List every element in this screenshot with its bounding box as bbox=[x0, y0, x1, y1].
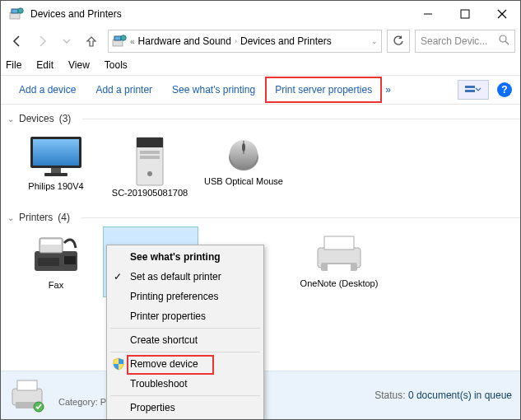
svg-rect-19 bbox=[137, 138, 163, 147]
svg-point-9 bbox=[121, 35, 126, 40]
printer-item-fax[interactable]: Fax bbox=[9, 226, 103, 297]
ctx-printing-prefs[interactable]: Printing preferences bbox=[107, 287, 263, 306]
status-right: Status: 0 document(s) in queue bbox=[374, 390, 512, 401]
window: Devices and Printers « Hardware and Soun… bbox=[0, 0, 521, 420]
add-device-button[interactable]: Add a device bbox=[9, 76, 86, 104]
svg-rect-1 bbox=[12, 9, 18, 13]
svg-rect-4 bbox=[461, 10, 469, 18]
printer-label: OneNote (Desktop) bbox=[300, 278, 379, 289]
svg-point-10 bbox=[500, 35, 506, 42]
svg-rect-21 bbox=[140, 156, 160, 159]
printer-icon bbox=[313, 233, 365, 276]
more-commands-button[interactable]: » bbox=[385, 84, 391, 96]
ctx-printer-props[interactable]: Printer properties bbox=[107, 306, 263, 326]
checkmark-icon: ✓ bbox=[114, 271, 122, 282]
command-bar: Add a device Add a printer See what's pr… bbox=[1, 75, 520, 105]
printer-item-onenote[interactable]: OneNote (Desktop) bbox=[292, 226, 386, 297]
menu-edit[interactable]: Edit bbox=[36, 59, 53, 71]
svg-rect-31 bbox=[38, 258, 59, 266]
devices-grid: Philips 190V4 SC-201905081708 USB Optica… bbox=[7, 128, 520, 205]
group-count-devices: (3) bbox=[59, 113, 72, 124]
chevron-down-icon: ⌄ bbox=[7, 114, 14, 124]
svg-point-22 bbox=[147, 171, 152, 176]
up-button[interactable] bbox=[80, 30, 103, 53]
device-label: USB Optical Mouse bbox=[204, 175, 283, 187]
refresh-button[interactable] bbox=[387, 30, 410, 53]
ctx-create-shortcut[interactable]: Create shortcut bbox=[107, 330, 263, 350]
group-label-printers: Printers bbox=[19, 212, 53, 223]
svg-rect-37 bbox=[17, 380, 37, 390]
breadcrumb-bar[interactable]: « Hardware and Sound › Devices and Print… bbox=[108, 30, 382, 53]
chevron-right-icon[interactable]: › bbox=[235, 37, 237, 45]
svg-point-2 bbox=[18, 8, 23, 13]
queue-count: 0 document(s) in queue bbox=[408, 390, 512, 401]
search-icon bbox=[499, 35, 509, 48]
recent-dropdown[interactable] bbox=[55, 30, 78, 53]
chevron-down-icon: ⌄ bbox=[7, 213, 14, 222]
menu-file[interactable]: File bbox=[6, 59, 21, 71]
uac-shield-icon bbox=[112, 357, 125, 371]
close-button[interactable] bbox=[483, 1, 520, 27]
window-buttons bbox=[409, 1, 520, 27]
menu-separator bbox=[110, 328, 260, 329]
device-item-pc[interactable]: SC-201905081708 bbox=[103, 128, 197, 205]
breadcrumb-devices[interactable]: Devices and Printers bbox=[240, 35, 332, 47]
print-server-properties-button[interactable]: Print server properties bbox=[265, 77, 382, 103]
group-label-devices: Devices bbox=[19, 113, 54, 124]
ctx-properties[interactable]: Properties bbox=[107, 398, 263, 418]
svg-rect-35 bbox=[328, 264, 351, 273]
group-count-printers: (4) bbox=[58, 212, 70, 223]
svg-point-26 bbox=[242, 143, 245, 152]
menu-separator bbox=[110, 395, 260, 396]
breadcrumb-dropdown[interactable]: ⌄ bbox=[371, 37, 378, 45]
breadcrumb-prefix: « bbox=[130, 37, 135, 46]
toolbar-right: ? bbox=[458, 80, 512, 100]
printer-label: Fax bbox=[49, 279, 63, 291]
svg-rect-17 bbox=[44, 173, 67, 176]
group-header-printers[interactable]: ⌄ Printers (4) bbox=[7, 212, 520, 223]
see-printing-button[interactable]: See what's printing bbox=[162, 76, 265, 104]
monitor-icon bbox=[28, 134, 84, 179]
device-item-monitor[interactable]: Philips 190V4 bbox=[9, 128, 103, 205]
help-button[interactable]: ? bbox=[497, 82, 512, 97]
nav-bar: « Hardware and Sound › Devices and Print… bbox=[1, 27, 520, 55]
ctx-remove-device[interactable]: Remove device bbox=[107, 354, 263, 374]
svg-rect-12 bbox=[465, 86, 475, 88]
menu-view[interactable]: View bbox=[68, 59, 90, 71]
search-placeholder: Search Devic... bbox=[421, 35, 487, 47]
ctx-see-printing[interactable]: See what's printing bbox=[107, 247, 263, 267]
minimize-button[interactable] bbox=[409, 1, 446, 27]
view-options-button[interactable] bbox=[458, 80, 489, 100]
device-label: SC-201905081708 bbox=[112, 187, 188, 198]
group-header-devices[interactable]: ⌄ Devices (3) bbox=[7, 113, 520, 124]
menu-bar: File Edit View Tools bbox=[1, 55, 520, 75]
svg-rect-30 bbox=[64, 256, 76, 264]
forward-button[interactable] bbox=[30, 30, 53, 53]
search-input[interactable]: Search Devic... bbox=[415, 30, 515, 53]
svg-rect-16 bbox=[51, 168, 61, 173]
breadcrumb-icon bbox=[112, 34, 127, 49]
maximize-button[interactable] bbox=[446, 1, 483, 27]
divider bbox=[82, 119, 520, 119]
svg-line-11 bbox=[505, 41, 509, 44]
status-label: Status: bbox=[374, 390, 405, 401]
titlebar: Devices and Printers bbox=[1, 1, 520, 27]
breadcrumb-hardware[interactable]: Hardware and Sound bbox=[138, 35, 231, 47]
ctx-set-default[interactable]: ✓Set as default printer bbox=[107, 267, 263, 287]
fax-icon bbox=[30, 233, 82, 278]
svg-rect-29 bbox=[41, 240, 61, 245]
ctx-troubleshoot[interactable]: Troubleshoot bbox=[107, 374, 263, 394]
add-printer-button[interactable]: Add a printer bbox=[86, 76, 162, 104]
pc-tower-icon bbox=[127, 134, 173, 185]
menu-tools[interactable]: Tools bbox=[105, 59, 128, 71]
window-title: Devices and Printers bbox=[30, 8, 122, 20]
device-label: Philips 190V4 bbox=[28, 180, 83, 192]
device-item-mouse[interactable]: USB Optical Mouse bbox=[197, 128, 291, 205]
devices-printers-icon bbox=[9, 7, 24, 21]
status-printer-icon bbox=[9, 377, 45, 413]
back-button[interactable] bbox=[6, 30, 29, 53]
divider bbox=[81, 217, 520, 218]
svg-rect-20 bbox=[140, 151, 160, 154]
mouse-icon bbox=[221, 134, 267, 174]
svg-rect-33 bbox=[324, 236, 354, 250]
